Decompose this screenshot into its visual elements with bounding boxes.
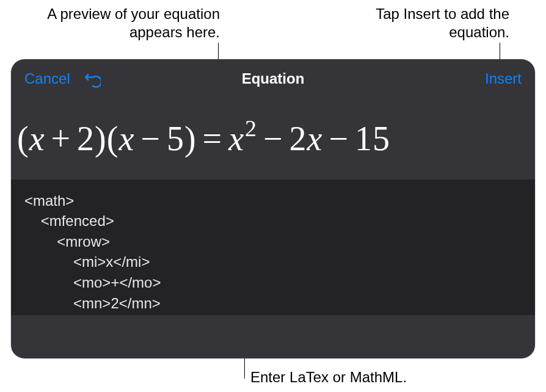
paren: ( bbox=[17, 120, 29, 158]
code-line: <math> bbox=[24, 192, 74, 209]
cancel-button[interactable]: Cancel bbox=[24, 70, 70, 87]
variable-x: x bbox=[29, 120, 45, 158]
operator-equals: = bbox=[197, 120, 229, 158]
insert-button[interactable]: Insert bbox=[485, 70, 522, 87]
variable-x: x bbox=[228, 120, 244, 158]
operator-minus: − bbox=[322, 120, 355, 158]
code-line: <mi>x</mi> bbox=[24, 253, 150, 270]
operator-minus: − bbox=[134, 120, 167, 158]
callout-insert: Tap Insert to add the equation. bbox=[351, 5, 509, 42]
callout-input: Enter LaTex or MathML. bbox=[250, 369, 434, 386]
dialog-title: Equation bbox=[242, 70, 305, 87]
code-line: <mfenced> bbox=[24, 212, 114, 229]
header-left: Cancel bbox=[24, 70, 101, 88]
variable-x: x bbox=[307, 120, 323, 158]
code-text: <math> <mfenced> <mrow> <mi>x</mi> <mo>+… bbox=[24, 191, 522, 314]
code-line: <mn>2</mn> bbox=[24, 295, 161, 311]
panel-header: Cancel Equation Insert bbox=[11, 59, 535, 98]
number: 15 bbox=[355, 120, 390, 158]
number: 5 bbox=[167, 120, 184, 158]
number: 2 bbox=[77, 120, 95, 158]
paren: ( bbox=[107, 120, 119, 158]
undo-icon[interactable] bbox=[82, 70, 101, 88]
equation-code-input[interactable]: <math> <mfenced> <mrow> <mi>x</mi> <mo>+… bbox=[11, 180, 535, 315]
operator-minus: − bbox=[257, 120, 289, 158]
number: 2 bbox=[289, 120, 307, 158]
equation-editor-panel: Cancel Equation Insert (x+2)(x−5)=x2−2x−… bbox=[11, 59, 535, 358]
paren: ) bbox=[95, 120, 107, 158]
equation-preview: (x+2)(x−5)=x2−2x−15 bbox=[17, 117, 390, 158]
operator-plus: + bbox=[45, 120, 78, 158]
exponent: 2 bbox=[245, 115, 257, 141]
equation-preview-area: (x+2)(x−5)=x2−2x−15 bbox=[11, 98, 535, 180]
callout-preview: A preview of your equation appears here. bbox=[37, 5, 220, 42]
code-line: <mrow> bbox=[24, 233, 110, 250]
code-line: <mo>+</mo> bbox=[24, 274, 161, 291]
variable-x: x bbox=[118, 120, 134, 158]
paren: ) bbox=[184, 120, 197, 158]
